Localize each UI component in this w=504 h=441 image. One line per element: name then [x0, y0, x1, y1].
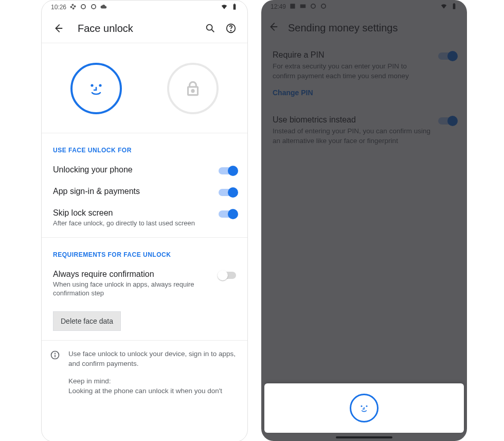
page-title: Sending money settings: [288, 22, 461, 34]
info-icon: [50, 350, 60, 360]
row-title: Unlocking your phone: [53, 165, 211, 174]
wifi-icon: [221, 3, 228, 12]
status-bar: 10:26: [42, 1, 247, 14]
svg-rect-3: [234, 4, 235, 4]
row-title: App sign-in & payments: [53, 187, 211, 196]
wifi-icon: [440, 3, 447, 11]
svg-point-7: [91, 84, 93, 86]
row-app-signin[interactable]: App sign-in & payments: [42, 181, 247, 202]
svg-rect-2: [233, 4, 236, 9]
svg-point-4: [207, 25, 212, 30]
row-title: Skip lock screen: [53, 208, 211, 218]
face-enrolled-icon[interactable]: [70, 63, 122, 114]
row-subtitle: For extra security you can enter your PI…: [273, 62, 431, 81]
delete-face-data-button[interactable]: Delete face data: [53, 311, 121, 331]
change-pin-link[interactable]: Change PIN: [273, 89, 431, 97]
info-text: Looking at the phone can unlock it when …: [68, 386, 237, 396]
image-icon: [289, 3, 296, 11]
row-use-biometrics[interactable]: Use biometrics instead Instead of enteri…: [261, 105, 467, 154]
info-block: Use face unlock to unlock your device, s…: [42, 340, 247, 396]
mail-icon: [299, 3, 307, 11]
status-bar: 12:49: [261, 0, 467, 13]
section-label-use-for: USE FACE UNLOCK FOR: [42, 133, 247, 159]
row-title: Require a PIN: [273, 50, 431, 60]
svg-point-0: [81, 4, 85, 8]
cloud-icon: [100, 3, 107, 12]
row-require-confirmation[interactable]: Always require confirmation When using f…: [42, 263, 247, 304]
phone-sending-money: 12:49 Sending money settings: [261, 0, 467, 441]
status-time: 10:26: [51, 4, 66, 11]
toggle-require-pin[interactable]: [438, 52, 456, 60]
face-unlock-prompt-icon: [350, 394, 379, 422]
toggle-app-signin[interactable]: [219, 189, 236, 196]
row-subtitle: When using face unlock in apps, always r…: [53, 280, 211, 298]
svg-rect-17: [453, 4, 456, 9]
toggle-unlock-phone[interactable]: [219, 167, 236, 174]
row-skip-lock[interactable]: Skip lock screen After face unlock, go d…: [42, 202, 247, 234]
svg-rect-14: [300, 4, 306, 8]
phone-face-unlock: 10:26 Face unlock: [41, 0, 248, 441]
svg-point-1: [92, 4, 96, 8]
status-time: 12:49: [271, 3, 286, 10]
search-button[interactable]: [200, 18, 221, 39]
svg-rect-13: [290, 4, 295, 8]
svg-point-20: [366, 405, 368, 407]
row-unlock-phone[interactable]: Unlocking your phone: [42, 159, 247, 181]
battery-icon: [231, 3, 238, 12]
circle-icon: [310, 3, 317, 11]
svg-rect-18: [454, 3, 455, 4]
page-title: Face unlock: [78, 23, 200, 34]
row-title: Always require confirmation: [53, 270, 211, 279]
row-title: Use biometrics instead: [273, 115, 431, 125]
help-button[interactable]: [221, 18, 241, 39]
photos-icon: [69, 3, 77, 12]
svg-point-15: [311, 4, 315, 8]
circle-icon: [320, 3, 327, 11]
back-button[interactable]: [48, 18, 68, 39]
circle-icon: [90, 3, 97, 12]
svg-point-10: [192, 90, 194, 92]
hero-area: [42, 43, 247, 133]
toggle-skip-lock[interactable]: [219, 210, 236, 218]
svg-point-8: [99, 84, 101, 86]
home-indicator[interactable]: [336, 436, 392, 438]
toggle-use-biometrics[interactable]: [438, 117, 456, 125]
battery-icon: [451, 3, 458, 11]
info-text: Keep in mind:: [68, 376, 237, 386]
biometric-prompt-sheet[interactable]: [264, 383, 464, 433]
row-subtitle: Instead of entering your PIN, you can co…: [273, 127, 431, 146]
svg-point-16: [321, 4, 326, 8]
lock-icon[interactable]: [167, 63, 219, 114]
toggle-require-confirmation[interactable]: [219, 272, 236, 279]
section-label-requirements: REQUIREMENTS FOR FACE UNLOCK: [42, 238, 247, 263]
info-text: Use face unlock to unlock your device, s…: [68, 349, 237, 369]
row-subtitle: After face unlock, go directly to last u…: [53, 219, 211, 228]
app-bar: Face unlock: [42, 14, 247, 43]
row-require-pin[interactable]: Require a PIN For extra security you can…: [261, 42, 467, 105]
svg-point-6: [230, 30, 231, 31]
app-bar: Sending money settings: [261, 13, 467, 42]
back-button[interactable]: [267, 21, 279, 34]
circle-icon: [80, 3, 87, 12]
svg-point-19: [361, 405, 363, 407]
svg-point-12: [55, 353, 56, 354]
